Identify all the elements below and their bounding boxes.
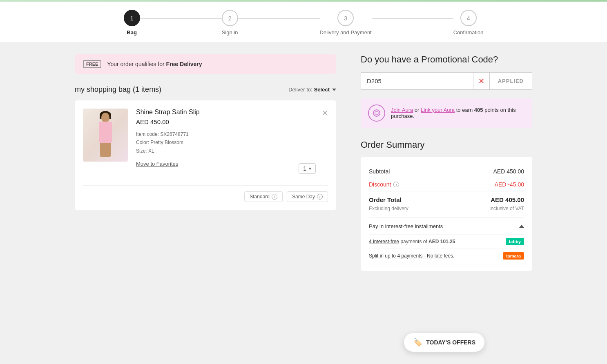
quantity-value: 1 <box>303 165 306 172</box>
subtotal-row: Subtotal AED 450.00 <box>369 165 524 178</box>
today-offers-label: TODAY'S OFFERS <box>426 339 475 346</box>
chevron-down-icon <box>332 89 336 91</box>
promo-code-input[interactable] <box>361 72 473 90</box>
step-label-signin: Sign in <box>222 29 238 36</box>
order-summary-title: Order Summary <box>361 140 532 150</box>
join-aura-link[interactable]: Join Aura <box>391 107 413 113</box>
aura-banner: Join Aura or Link your Aura to earn 405 … <box>361 98 532 128</box>
tabby-text: 4 interest-free payments of AED 101.25 <box>369 239 455 244</box>
woman-legs <box>100 143 111 157</box>
free-delivery-icon: FREE <box>83 60 101 68</box>
product-name: Shine Strap Satin Slip <box>136 109 328 116</box>
discount-value: AED -45.00 <box>495 181 524 188</box>
step-delivery[interactable]: 3 Delivery and Payment <box>320 10 372 36</box>
free-delivery-banner: FREE Your order qualifies for Free Deliv… <box>75 54 336 74</box>
bag-title: my shopping bag (1 items) <box>75 85 161 94</box>
product-image <box>83 109 128 162</box>
remove-item-button[interactable]: ✕ <box>322 109 328 118</box>
step-label-bag: Bag <box>127 29 137 36</box>
order-total-row: Order Total AED 405.00 <box>369 191 524 206</box>
subtotal-value: AED 450.00 <box>493 168 524 175</box>
order-total-label: Order Total <box>369 196 402 203</box>
vat-row: Excluding delivery Inclusive of VAT <box>369 206 524 217</box>
step-line-2 <box>238 18 320 19</box>
step-label-delivery: Delivery and Payment <box>320 29 372 36</box>
excluding-delivery-text: Excluding delivery <box>369 206 408 211</box>
standard-info-icon[interactable]: i <box>272 194 277 200</box>
bag-header: my shopping bag (1 items) Deliver to: Se… <box>75 85 336 94</box>
same-day-delivery-option[interactable]: Same Day i <box>287 191 328 202</box>
today-offers-button[interactable]: 🏷️ TODAY'S OFFERS <box>404 333 484 352</box>
discount-info-icon[interactable]: i <box>393 182 399 187</box>
tamara-badge: tamara <box>503 252 524 260</box>
tabby-row: 4 interest-free payments of AED 101.25 t… <box>369 234 524 249</box>
link-aura-link[interactable]: Link your Aura <box>421 107 455 113</box>
woman-head <box>101 113 109 122</box>
aura-text: Join Aura or Link your Aura to earn 405 … <box>391 107 525 119</box>
installments-title: Pay in interest-free installments <box>369 223 443 229</box>
product-card: Shine Strap Satin Slip AED 450.00 Item c… <box>75 100 336 210</box>
step-label-confirmation: Confirmation <box>453 29 484 36</box>
woman-figure <box>93 113 118 158</box>
free-delivery-text: Your order qualifies for Free Delivery <box>107 61 202 67</box>
step-confirmation[interactable]: 4 Confirmation <box>453 10 484 36</box>
stepper-container: 1 Bag 2 Sign in 3 Delivery and Payment 4… <box>0 2 607 42</box>
product-row: Shine Strap Satin Slip AED 450.00 Item c… <box>83 109 328 174</box>
product-meta: Item code: SX26748771 Color: Pretty Blos… <box>136 130 328 155</box>
aura-logo-icon <box>372 109 381 118</box>
promo-input-row: ✕ APPLIED <box>361 72 532 90</box>
step-circle-3: 3 <box>337 10 354 26</box>
quantity-chevron-icon: ▾ <box>309 166 311 171</box>
aura-logo <box>368 104 385 122</box>
delivery-options: Standard i Same Day i <box>83 185 328 202</box>
apply-promo-button[interactable]: APPLIED <box>489 72 532 90</box>
installments-chevron-icon <box>519 225 524 228</box>
right-panel: Do you have a Promotional Code? ✕ APPLIE… <box>361 54 532 271</box>
standard-delivery-option[interactable]: Standard i <box>244 191 283 202</box>
order-total-value: AED 405.00 <box>491 196 524 203</box>
discount-label: Discount i <box>369 181 399 188</box>
tamara-text: Split in up to 4 payments - No late fees… <box>369 253 454 259</box>
installments-section: Pay in interest-free installments 4 inte… <box>369 217 524 263</box>
installments-header[interactable]: Pay in interest-free installments <box>369 223 524 229</box>
step-line-1 <box>140 18 222 19</box>
step-signin[interactable]: 2 Sign in <box>222 10 238 36</box>
tamara-row: Split in up to 4 payments - No late fees… <box>369 249 524 263</box>
svg-point-0 <box>373 110 380 116</box>
same-day-info-icon[interactable]: i <box>317 194 323 200</box>
step-circle-2: 2 <box>222 10 238 26</box>
subtotal-label: Subtotal <box>369 168 390 175</box>
product-price: AED 450.00 <box>136 118 328 125</box>
stepper: 1 Bag 2 Sign in 3 Delivery and Payment 4… <box>120 10 487 36</box>
promo-clear-button[interactable]: ✕ <box>473 72 489 90</box>
woman-body <box>99 122 112 144</box>
promo-title: Do you have a Promotional Code? <box>361 54 532 65</box>
deliver-to[interactable]: Deliver to: Select <box>288 87 336 93</box>
order-summary-card: Subtotal AED 450.00 Discount i AED -45.0… <box>361 157 532 271</box>
step-circle-1: 1 <box>124 10 140 26</box>
tabby-badge: tabby <box>506 238 524 245</box>
product-image-placeholder <box>83 109 128 162</box>
main-content: FREE Your order qualifies for Free Deliv… <box>58 42 549 283</box>
left-panel: FREE Your order qualifies for Free Deliv… <box>75 54 336 271</box>
inclusive-vat-text: Inclusive of VAT <box>489 206 524 211</box>
step-line-3 <box>372 18 453 19</box>
quantity-selector[interactable]: 1 ▾ <box>299 163 316 174</box>
svg-point-1 <box>375 111 378 115</box>
offer-icon: 🏷️ <box>413 338 422 347</box>
discount-row: Discount i AED -45.00 <box>369 178 524 191</box>
move-to-favorites-button[interactable]: Move to Favorites <box>136 161 178 167</box>
step-circle-4: 4 <box>460 10 477 26</box>
product-info: Shine Strap Satin Slip AED 450.00 Item c… <box>136 109 328 174</box>
step-bag[interactable]: 1 Bag <box>124 10 140 36</box>
